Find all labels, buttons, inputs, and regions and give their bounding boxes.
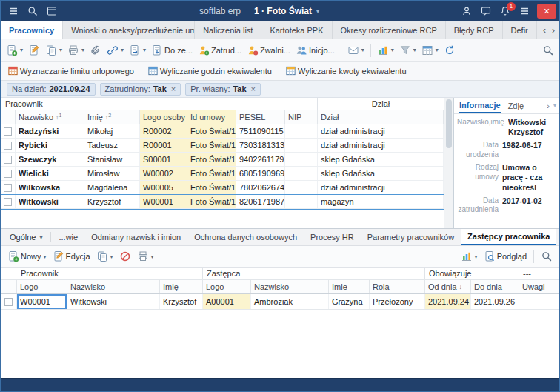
row-select-cell[interactable] <box>1 139 16 152</box>
remove-filter-icon[interactable]: × <box>171 84 176 93</box>
detail-delete-button[interactable] <box>117 248 133 265</box>
attachments-button[interactable] <box>87 41 104 59</box>
cell-imie[interactable]: Stanisław <box>84 153 140 166</box>
cell-nazwisko[interactable]: Radzyński <box>16 124 84 138</box>
header-uwagi[interactable]: Uwagi <box>519 280 559 293</box>
cell-logo[interactable]: W00005 <box>140 181 187 194</box>
cell-imie[interactable]: Krzysztof <box>84 195 140 208</box>
cell-pesel[interactable]: 8206171987 <box>236 195 285 208</box>
send-message-button[interactable]: ▾ <box>345 41 367 59</box>
detail-print-button[interactable]: ▾ <box>135 248 156 265</box>
refresh-button[interactable] <box>441 41 458 59</box>
cell-imie[interactable]: Tadeusz <box>84 139 140 152</box>
employee-row[interactable]: WilkowskaMagdalenaW00005Foto Świat/17802… <box>1 181 444 195</box>
header-nip[interactable]: NIP <box>285 110 318 124</box>
grid-search-button[interactable] <box>540 41 556 59</box>
row-checkbox[interactable] <box>4 184 12 192</box>
row-select-cell[interactable] <box>1 195 16 208</box>
analysis-chart-button[interactable]: ▾ <box>375 41 396 59</box>
links-button[interactable]: ▾ <box>104 41 126 59</box>
cell-nip[interactable] <box>285 167 318 180</box>
detail-tab-zastępcy-pracownika[interactable]: Zastępcy pracownika <box>461 229 556 245</box>
scroll-right-icon[interactable]: › <box>547 102 550 110</box>
row-select-cell[interactable] <box>1 294 17 309</box>
cell-id-umowy[interactable]: Foto Świat/1 <box>187 139 236 152</box>
cell-nip[interactable] <box>285 195 318 208</box>
copy-record-button[interactable]: ▾ <box>43 41 64 59</box>
cell-od[interactable]: 2021.09.24 <box>425 294 471 309</box>
header-dzial[interactable]: Dział <box>318 110 444 124</box>
header-do-dnia[interactable]: Do dnia <box>471 280 519 293</box>
cell-logo[interactable]: S00001 <box>140 153 187 166</box>
row-checkbox[interactable] <box>4 198 12 206</box>
tab-okresy-rozliczeniowe-rcp[interactable]: Okresy rozliczeniowe RCP <box>333 21 446 39</box>
do-zespolu-button[interactable]: Do ze... <box>149 41 195 59</box>
cell-nip[interactable] <box>285 181 318 194</box>
tab-kartoteka-ppk[interactable]: Kartoteka PPK <box>261 21 332 39</box>
cell-imie[interactable]: Magdalena <box>84 181 140 194</box>
cell-nazwisko[interactable]: Witkowski <box>16 195 84 208</box>
row-select-cell[interactable] <box>1 181 16 194</box>
cell-pesel[interactable]: 9402261179 <box>236 153 285 166</box>
podglad-button[interactable]: Podgląd <box>481 248 529 265</box>
info-panel-tab-zdjecie[interactable]: Zdję <box>508 98 524 113</box>
scroll-tabs-left-icon[interactable]: ‹ <box>543 25 546 36</box>
cell-pesel[interactable]: 7802062674 <box>236 181 285 194</box>
substitute-row[interactable]: W00001WitkowskiKrzysztofA00001AmbroziakG… <box>1 294 559 310</box>
kwota-ekwiwalentu-button[interactable]: Wyliczanie kwoty ekwiwalentu <box>283 62 409 80</box>
cell-rola[interactable]: Przełożony <box>370 294 425 309</box>
employee-row[interactable]: SzewczykStanisławS00001Foto Świat/194022… <box>1 153 444 167</box>
employee-grid-scrollbar[interactable] <box>444 98 453 228</box>
row-checkbox[interactable] <box>4 170 12 178</box>
row-select-cell[interactable] <box>1 167 16 180</box>
detail-edit-button[interactable]: Edycja <box>50 248 93 265</box>
detail-tab-procesy-hr[interactable]: Procesy HR <box>304 229 361 245</box>
row-select-cell[interactable] <box>1 124 16 138</box>
header-pesel[interactable]: PESEL <box>236 110 285 124</box>
header-z-imie[interactable]: Imie <box>329 280 370 293</box>
ogolne-tab-selector[interactable]: Ogólne ▾ <box>4 229 49 245</box>
cell-do[interactable]: 2021.09.26 <box>471 294 519 309</box>
cell-id-umowy[interactable]: Foto Świat/1 <box>187 167 236 180</box>
detail-tab-parametry-pracowników[interactable]: Parametry pracowników <box>361 229 461 245</box>
chat-button[interactable] <box>476 2 496 20</box>
header-imie[interactable]: Imię ↑2 <box>84 110 140 124</box>
header-z-nazwisko[interactable]: Nazwisko <box>251 280 329 293</box>
cell-nazwisko[interactable]: Szewczyk <box>16 153 84 166</box>
row-checkbox[interactable] <box>4 298 13 306</box>
cell-nazwisko[interactable]: Wielicki <box>16 167 84 180</box>
edit-record-button[interactable] <box>26 41 42 59</box>
detail-new-button[interactable]: Nowy ▾ <box>5 248 49 265</box>
cell-imie[interactable]: Mirosław <box>84 167 140 180</box>
filter-chip[interactable]: Na dzień:2021.09.24 <box>7 83 96 96</box>
cell-dzial[interactable]: dział administracji <box>318 124 444 138</box>
zwolnij-button[interactable]: Zwalni... <box>244 41 293 59</box>
detail-tab-odmiany-nazwisk-i-imion[interactable]: Odmiany nazwisk i imion <box>84 229 187 245</box>
cell-p-imie[interactable]: Krzysztof <box>160 294 203 309</box>
close-button[interactable]: × <box>537 4 556 19</box>
cell-p-logo[interactable]: W00001 <box>17 294 67 309</box>
cell-pesel[interactable]: 6805190969 <box>236 167 285 180</box>
row-checkbox[interactable] <box>4 142 12 150</box>
info-panel-tab-informacje[interactable]: Informacje <box>459 98 501 113</box>
notifications-button[interactable]: 1 <box>496 2 515 20</box>
main-menu-button[interactable] <box>4 2 23 20</box>
row-checkbox[interactable] <box>4 156 12 164</box>
header-z-logo[interactable]: Logo <box>203 280 251 293</box>
cell-pesel[interactable]: 7511090115 <box>236 124 285 138</box>
remove-filter-icon[interactable]: × <box>251 84 256 93</box>
employee-row[interactable]: WitkowskiKrzysztofW00001Foto Świat/18206… <box>1 195 444 209</box>
cell-logo[interactable]: W00001 <box>140 195 187 208</box>
cell-dzial[interactable]: sklep Gdańska <box>318 153 444 166</box>
tab-wnioski-o-aneksy-przedłużenie-[interactable]: Wnioski o aneksy/przedłużenie umow <box>63 21 195 39</box>
windows-button[interactable] <box>42 2 61 20</box>
detail-search-button[interactable] <box>539 248 555 265</box>
filter-button[interactable]: ▾ <box>397 41 419 59</box>
cell-z-imie[interactable]: Grażyna <box>329 294 370 309</box>
header-p-imie[interactable]: Imię <box>160 280 203 293</box>
header-od-dnia[interactable]: Od dnia ↓ <box>425 280 471 293</box>
cell-uwagi[interactable] <box>519 294 559 309</box>
cell-z-logo[interactable]: A00001 <box>203 294 251 309</box>
panel-menu-caret-icon[interactable]: ▾ <box>553 102 556 109</box>
scrollbar-thumb[interactable] <box>446 99 452 148</box>
